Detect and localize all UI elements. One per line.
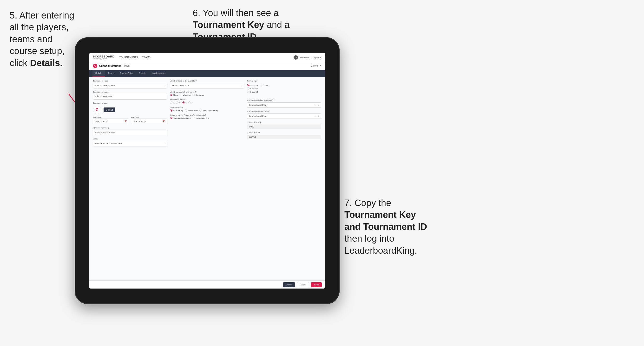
scoring-radio-group: Stroke Play Match Play Medal Match Play (170, 109, 244, 112)
format-5count4[interactable]: 5 count 4 (247, 84, 258, 86)
format-6count4-radio[interactable] (247, 87, 250, 90)
tournament-name-value: Clippd Invitational (95, 95, 112, 98)
divider (247, 96, 321, 96)
round-4[interactable]: 4 (188, 101, 192, 104)
close-icon: ✕ (319, 64, 321, 67)
gender-mens[interactable]: Mens (170, 94, 178, 96)
gender-group: Which gender is the event for? Mens Wome… (170, 91, 244, 96)
gender-mens-radio[interactable] (170, 94, 172, 96)
third-party-stats-select[interactable]: Leaderboard King ✕ ⌄ (247, 114, 321, 119)
tab-teams[interactable]: Teams (105, 70, 117, 77)
tab-leaderboards[interactable]: Leaderboards (149, 70, 168, 77)
cancel-link[interactable]: Cancel ✕ (311, 64, 321, 67)
form-col-1: Tournament Host Clippd College - Men ⌄ T… (93, 80, 167, 147)
teams-plus-individuals[interactable]: Teams (+Individuals) (170, 117, 191, 119)
scoring-stroke-play[interactable]: Stroke Play (170, 109, 183, 112)
venue-chevron-icon: ⌄ (163, 143, 165, 145)
annotation-bottom-right: 7. Copy the Tournament Key and Tournamen… (344, 197, 470, 257)
upload-button[interactable]: Upload (104, 108, 115, 112)
medal-match-play-label: Medal Match Play (202, 109, 218, 112)
format-row-1: 5 count 4 Other (247, 84, 321, 86)
sign-out-link[interactable]: Sign out (313, 56, 321, 59)
teams-radio-group: Teams (+Individuals) Individuals Only (170, 117, 244, 119)
save-button[interactable]: Save (311, 282, 322, 287)
round-2-radio[interactable] (176, 101, 178, 104)
medal-match-play-radio[interactable] (200, 109, 202, 112)
division-select[interactable]: NCAA Division III ⌄ (170, 83, 244, 88)
stats-api-clear-icon[interactable]: ✕ (315, 115, 316, 117)
gender-womens-radio[interactable] (180, 94, 182, 96)
tab-results[interactable]: Results (136, 70, 149, 77)
format-5count4-radio[interactable] (247, 84, 250, 86)
teams-group: Is this event for Teams and/or Individua… (170, 114, 244, 119)
nav-item-teams[interactable]: TEAMS (142, 55, 150, 59)
tournament-name-input[interactable]: Clippd Invitational (93, 94, 167, 100)
teams-radio[interactable] (170, 117, 172, 119)
format-6count5-radio[interactable] (247, 91, 250, 93)
third-party-live-label: Use third-party live scoring API? (247, 99, 321, 101)
brand-sub: Powered by clippd (93, 58, 114, 60)
third-party-live-value: Leaderboard King (249, 104, 266, 106)
gender-combined-radio[interactable] (192, 94, 195, 96)
form-col-2: Which division is the event for? NCAA Di… (170, 80, 244, 147)
individuals-radio[interactable] (193, 117, 195, 119)
cancel-button[interactable]: Cancel (297, 282, 309, 287)
page-subtitle: (Men) (124, 64, 130, 67)
form-grid: Tournament Host Clippd College - Men ⌄ T… (93, 80, 321, 147)
tab-details[interactable]: Details (92, 70, 105, 77)
round-1[interactable]: 1 (170, 101, 174, 104)
scoring-match-play[interactable]: Match Play (185, 109, 198, 112)
brand: SCOREBOARD Powered by clippd (93, 55, 114, 60)
venue-select[interactable]: Peachtree GC - Atlanta - GA ⌄ (93, 141, 167, 147)
annotation-left: 5. After entering all the players, teams… (10, 10, 77, 69)
tournament-logo-label: Tournament logo (93, 102, 167, 104)
form-col-3: Format type 5 count 4 Other (247, 80, 321, 147)
format-6count4[interactable]: 6 count 4 (247, 87, 321, 90)
api-select-controls: ✕ ⌄ (315, 104, 319, 106)
api-clear-icon[interactable]: ✕ (315, 104, 316, 106)
gender-label: Which gender is the event for? (170, 91, 244, 93)
tab-course-setup[interactable]: Course Setup (117, 70, 136, 77)
format-6count5[interactable]: 6 count 5 (247, 91, 321, 93)
format-5count4-label: 5 count 4 (250, 84, 258, 86)
tournament-logo-group: Tournament logo C Upload (93, 102, 167, 114)
third-party-stats-label: Use third-party stats API? (247, 110, 321, 112)
format-other[interactable]: Other (262, 84, 270, 86)
format-other-radio[interactable] (262, 84, 264, 86)
round-1-radio[interactable] (170, 101, 172, 104)
tournament-host-select[interactable]: Clippd College - Men ⌄ (93, 83, 167, 88)
page-title: Clippd Invitational (99, 64, 122, 67)
division-chevron-icon: ⌄ (240, 85, 242, 87)
round-4-radio[interactable] (188, 101, 191, 104)
end-date-group: End date Jan 23, 2024 📅 (131, 116, 167, 124)
nav-item-tournaments[interactable]: TOURNAMENTS (119, 55, 138, 59)
logo-upload-row: C Upload (93, 106, 167, 114)
end-date-input[interactable]: Jan 23, 2024 📅 (131, 119, 167, 124)
gender-combined[interactable]: Combined (192, 94, 204, 96)
scoring-medal-match-play[interactable]: Medal Match Play (200, 109, 218, 112)
third-party-live-select[interactable]: Leaderboard King ✕ ⌄ (247, 102, 321, 108)
match-play-radio[interactable] (185, 109, 187, 112)
stroke-play-radio[interactable] (170, 109, 172, 112)
start-date-input[interactable]: Jan 21, 2024 📅 (93, 119, 129, 124)
rounds-group: Number of rounds 1 2 (170, 99, 244, 104)
individuals-only[interactable]: Individuals Only (193, 117, 210, 119)
round-3[interactable]: 3 (182, 101, 186, 104)
match-play-label: Match Play (188, 109, 198, 112)
gender-womens[interactable]: Womens (180, 94, 190, 96)
sponsor-input[interactable] (93, 130, 167, 135)
action-bar: Delete Cancel Save (89, 280, 325, 289)
dates-group: Start date Jan 21, 2024 📅 End date Jan 2… (93, 116, 167, 124)
delete-button[interactable]: Delete (283, 282, 295, 287)
logo-preview: C (93, 106, 101, 114)
calendar-icon-end: 📅 (162, 121, 165, 123)
tournament-id-label: Tournament ID (247, 131, 321, 134)
round-2[interactable]: 2 (176, 101, 180, 104)
start-date-label: Start date (93, 116, 129, 119)
stats-api-chevron-icon: ⌄ (318, 115, 319, 117)
page-header: C Clippd Invitational (Men) Cancel ✕ (89, 62, 325, 70)
round-3-radio[interactable] (182, 101, 185, 104)
gender-radio-group: Mens Womens Combined (170, 94, 244, 96)
tournament-id-group: Tournament ID 302051 (247, 131, 321, 139)
venue-label: Venue (93, 138, 167, 140)
